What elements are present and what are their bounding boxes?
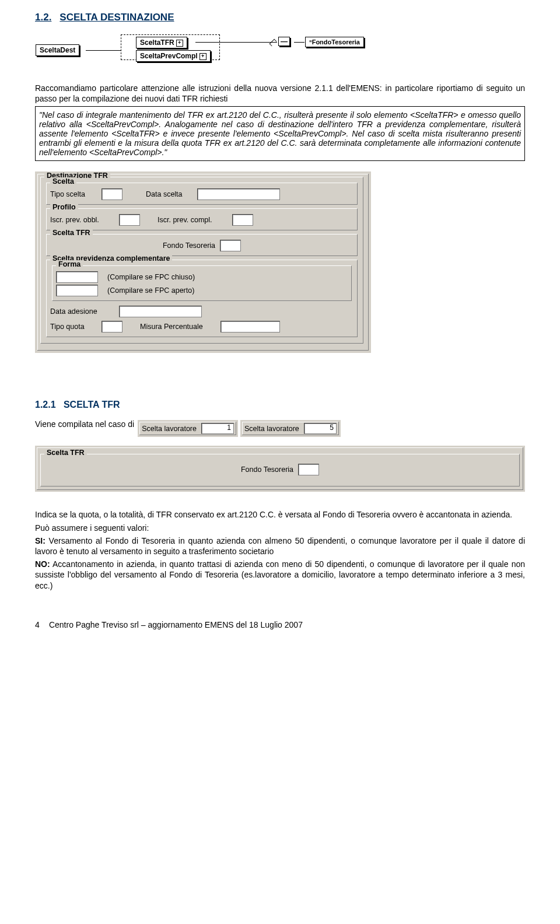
diagram-sceltaprevcompl: SceltaPrevCompl+ <box>136 50 211 62</box>
diagram-sceltadest: SceltaDest <box>36 44 79 56</box>
fondo-tesoreria-input[interactable] <box>220 240 241 251</box>
fondo-tesoreria-input-2[interactable] <box>298 464 319 475</box>
data-scelta-label: Data scelta <box>146 190 192 198</box>
scelta-lavoratore-input-2[interactable]: 5 <box>304 423 337 434</box>
subsection-number: 1.2.1 <box>35 400 56 410</box>
misura-perc-input[interactable] <box>220 321 280 332</box>
diagram-minus: — <box>278 37 290 46</box>
fondo-tesoreria-label-2: Fondo Tesoreria <box>241 466 293 474</box>
body-si: SI: Versamento al Fondo di Tesoreria in … <box>35 536 525 556</box>
body-p1: Indica se la quota, o la totalità, di TF… <box>35 509 525 520</box>
body-no-label: NO: <box>35 559 50 569</box>
tipo-quota-label: Tipo quota <box>50 323 97 331</box>
iscr-compl-label: Iscr. prev. compl. <box>158 216 228 224</box>
forma-aperto-input[interactable] <box>56 285 98 296</box>
viene-compilata-text: Viene compilata nel caso di <box>35 419 134 429</box>
inline-compilata-row: Viene compilata nel caso di Scelta lavor… <box>35 419 525 437</box>
diagram-fondotesoreria: =FondoTesoreria <box>305 37 364 47</box>
body-no: NO: Accantonamento in azienda, in quanto… <box>35 559 525 591</box>
section-title: SCELTA DESTINAZIONE <box>60 12 174 23</box>
tipo-scelta-input[interactable] <box>102 188 123 200</box>
data-adesione-input[interactable] <box>119 306 202 317</box>
intro-paragraph: Raccomandiamo particolare attenzione all… <box>35 83 525 104</box>
info-box-text: "Nel caso di integrale mantenimento del … <box>39 110 521 157</box>
info-box: "Nel caso di integrale mantenimento del … <box>35 106 525 161</box>
destinazione-tfr-panel: Destinazione TFR Scelta Tipo scelta Data… <box>35 172 371 353</box>
forma-legend: Forma <box>56 260 83 268</box>
tipo-quota-input[interactable] <box>102 321 123 332</box>
forma-chiuso-input[interactable] <box>56 271 98 283</box>
footer-text: Centro Paghe Treviso srl – aggiornamento… <box>49 620 303 629</box>
section-heading: 1.2.SCELTA DESTINAZIONE <box>35 12 525 23</box>
body-si-text: Versamento al Fondo di Tesoreria in quan… <box>35 536 525 556</box>
iscr-compl-input[interactable] <box>232 214 253 226</box>
data-scelta-input[interactable] <box>197 188 280 200</box>
scelta-lavoratore-label-2: Scelta lavoratore <box>244 425 299 433</box>
diagram-sceltatfr: SceltaTFR+ <box>136 37 187 48</box>
scelta-legend: Scelta <box>50 177 76 186</box>
page-footer: 4 Centro Paghe Treviso srl – aggiornamen… <box>35 620 525 629</box>
body-no-text: Accantonamento in azienda, in quanto tra… <box>35 559 525 590</box>
subsection-heading: 1.2.1 SCELTA TFR <box>35 400 525 410</box>
subsection-title: SCELTA TFR <box>64 400 120 410</box>
tipo-scelta-label: Tipo scelta <box>50 190 97 198</box>
scelta-lavoratore-box-2: Scelta lavoratore 5 <box>240 420 341 437</box>
scelta-lavoratore-box-1: Scelta lavoratore 1 <box>138 420 238 437</box>
misura-perc-label: Misura Percentuale <box>140 323 216 331</box>
fpc-aperto-label: (Compilare se FPC aperto) <box>107 286 194 295</box>
data-adesione-label: Data adesione <box>50 307 114 316</box>
body-si-label: SI: <box>35 536 46 545</box>
fpc-chiuso-label: (Compilare se FPC chiuso) <box>107 273 195 281</box>
schema-diagram: SceltaDest SceltaTFR+ SceltaPrevCompl+ —… <box>33 34 442 68</box>
iscr-obbl-input[interactable] <box>119 214 140 226</box>
scelta-tfr-legend: Scelta TFR <box>50 229 93 237</box>
scelta-tfr-legend-2: Scelta TFR <box>44 449 87 457</box>
iscr-obbl-label: Iscr. prev. obbl. <box>50 216 114 224</box>
section-number: 1.2. <box>35 12 51 23</box>
scelta-tfr-panel: Scelta TFR Fondo Tesoreria <box>35 446 525 492</box>
fondo-tesoreria-label: Fondo Tesoreria <box>163 242 215 250</box>
profilo-legend: Profilo <box>50 203 78 211</box>
scelta-lavoratore-input-1[interactable]: 1 <box>201 423 234 434</box>
body-p2-lead: Può assumere i seguenti valori: <box>35 523 525 533</box>
scelta-lavoratore-label-1: Scelta lavoratore <box>142 425 197 433</box>
page-number: 4 <box>35 620 47 629</box>
